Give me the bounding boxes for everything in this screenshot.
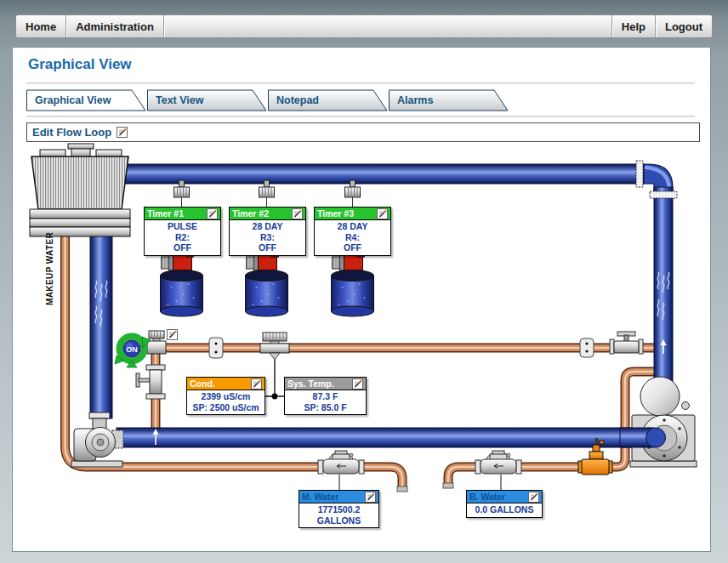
nav-logout-label: Logout [665, 20, 702, 33]
pipe-end-cap [443, 483, 453, 488]
divider [26, 116, 695, 118]
conductivity-box: Cond. 2399 uS/cm SP: 2500 uS/cm [186, 377, 265, 415]
timer-3-relay: R4: [315, 232, 390, 243]
tab-text-view[interactable]: Text View [148, 90, 267, 111]
timer-3-box: Timer #3 28 DAY R4: OFF [314, 207, 391, 256]
timer-1-mode: PULSE [145, 221, 220, 232]
conductivity-setpoint: SP: 2500 uS/cm [187, 402, 264, 413]
edit-icon[interactable] [528, 492, 539, 503]
pump-status-indicator[interactable]: ON [115, 337, 151, 368]
edit-flow-loop-bar[interactable]: Edit Flow Loop [26, 122, 700, 142]
makeup-water-meter-box: M. Water 1771500.2 GALLONS [299, 490, 379, 528]
tab-graphical-view-label: Graphical View [35, 94, 111, 106]
gate-valve [136, 365, 165, 399]
pipe-flange [650, 191, 677, 198]
nav-spacer [164, 15, 611, 37]
tab-text-view-label: Text View [156, 94, 204, 106]
sys-temp-box: Sys. Temp. 87.3 F SP: 85.0 F [284, 377, 367, 415]
conductivity-title: Cond. [190, 378, 215, 389]
edit-icon[interactable] [251, 378, 262, 390]
tab-notepad[interactable]: Notepad [269, 90, 388, 111]
edit-icon[interactable] [352, 378, 363, 390]
nav-help-label: Help [622, 20, 646, 33]
nav-home[interactable]: Home [16, 15, 66, 37]
tab-alarms[interactable]: Alarms [390, 90, 509, 111]
timer-1-relay: R2: [145, 232, 220, 243]
sensor-probe-tee [260, 333, 289, 360]
sys-temp-value: 87.3 F [285, 391, 366, 402]
pipe-flange [636, 161, 643, 187]
timer-1-state: OFF [145, 242, 220, 253]
sys-temp-header: Sys. Temp. [285, 378, 366, 390]
pipe-end-cap [397, 486, 407, 492]
conductivity-header: Cond. [187, 378, 264, 390]
pipe-coupling [209, 338, 223, 358]
timer-1-box: Timer #1 PULSE R2: OFF [144, 207, 221, 256]
nav-logout[interactable]: Logout [655, 15, 712, 37]
timer-3-state: OFF [315, 242, 390, 253]
flow-loop-diagram: ON [25, 143, 700, 551]
timer-3-header: Timer #3 [315, 208, 390, 220]
chem-drum-3 [332, 270, 374, 317]
pipe-coupling [580, 338, 594, 357]
bleed-water-meter-header: B. Water [467, 491, 542, 503]
divider [26, 82, 695, 85]
edit-icon[interactable] [117, 127, 128, 138]
bleed-water-total: 0.0 GALLONS [467, 504, 542, 515]
injection-fittings [174, 180, 361, 207]
makeup-water-meter-title: M. Water [302, 492, 338, 502]
ball-valve [610, 332, 643, 354]
timer-2-header: Timer #2 [230, 208, 305, 220]
edit-icon[interactable] [292, 208, 303, 219]
bleed-water-meter-title: B. Water [469, 492, 505, 502]
page-title: Graphical View [28, 56, 132, 73]
nav-administration-label: Administration [76, 20, 154, 33]
nav-home-label: Home [26, 20, 56, 33]
bleed-water-meter [475, 451, 521, 474]
edit-flow-loop-label: Edit Flow Loop [32, 126, 111, 139]
edit-icon[interactable] [377, 208, 388, 219]
nav-administration[interactable]: Administration [66, 15, 164, 37]
edit-icon[interactable] [167, 329, 178, 340]
makeup-water-total: 1771500.2 [299, 504, 378, 515]
edit-icon[interactable] [207, 208, 218, 219]
chem-drum-1 [161, 270, 203, 317]
tab-strip: Graphical View Text View Notepad Alarms [26, 89, 537, 111]
timer-3-title: Timer #3 [317, 208, 354, 219]
chem-drum-2 [246, 270, 288, 317]
recirc-pump-left [71, 412, 123, 467]
content-panel: Graphical View Graphical View Text View … [12, 47, 711, 552]
tab-notepad-label: Notepad [276, 94, 319, 106]
timer-2-mode: 28 DAY [230, 221, 305, 232]
makeup-water-meter-header: M. Water [299, 491, 378, 503]
timer-2-state: OFF [230, 242, 305, 253]
nav-help[interactable]: Help [611, 15, 655, 37]
tab-graphical-view[interactable]: Graphical View [27, 90, 146, 111]
chemical-feed-stations [161, 248, 374, 316]
conductivity-value: 2399 uS/cm [187, 391, 264, 402]
timer-2-relay: R3: [230, 232, 305, 243]
sys-temp-title: Sys. Temp. [287, 378, 334, 389]
flow-switch-tee [147, 331, 166, 354]
makeup-water-units: GALLONS [299, 515, 378, 526]
bleed-water-meter-box: B. Water 0.0 GALLONS [466, 490, 543, 518]
tab-alarms-label: Alarms [397, 94, 433, 106]
timer-3-mode: 28 DAY [315, 221, 390, 232]
system-pump-right [620, 377, 697, 467]
timer-2-title: Timer #2 [232, 208, 269, 219]
top-navbar: Home Administration Help Logout [15, 14, 713, 38]
timer-1-header: Timer #1 [145, 208, 220, 220]
pump-status-label: ON [126, 345, 138, 354]
pipe-end-cap [646, 428, 666, 447]
makeup-water-meter [318, 451, 364, 474]
sys-temp-setpoint: SP: 85.0 F [285, 402, 366, 413]
cooling-tower [30, 144, 130, 236]
edit-icon[interactable] [365, 492, 376, 503]
timer-2-box: Timer #2 28 DAY R3: OFF [229, 207, 306, 256]
makeup-water-label: MAKEUP WATER [45, 224, 59, 305]
timer-1-title: Timer #1 [147, 208, 184, 219]
nav-right-group: Help Logout [611, 15, 712, 37]
